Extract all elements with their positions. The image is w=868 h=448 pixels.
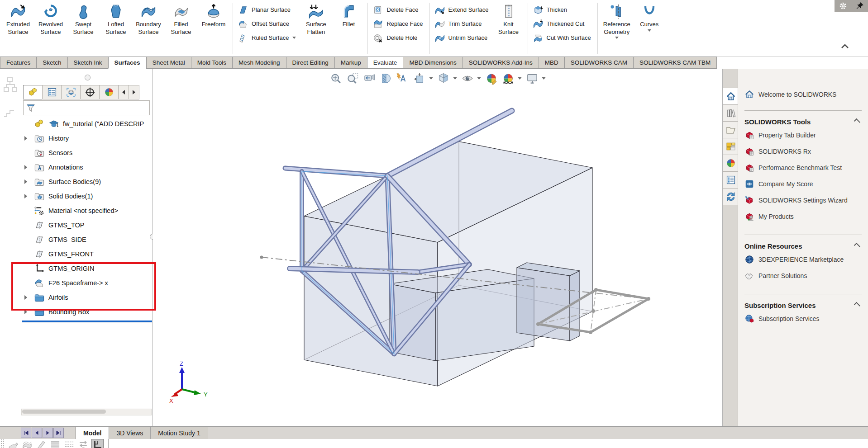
display-style-button[interactable] — [436, 71, 458, 85]
tree-item-annotations[interactable]: Annotations — [20, 160, 153, 174]
tab-direct-editing[interactable]: Direct Editing — [286, 57, 335, 69]
task-pane-tab-design-library[interactable] — [723, 104, 739, 122]
tree-item-fw-tutorial-add-descrip[interactable]: fw_tutorial ("ADD DESCRIP — [20, 117, 153, 131]
tree-item-bounding-box[interactable]: Bounding Box — [20, 305, 153, 319]
apply-scene-button[interactable] — [501, 71, 523, 85]
study-tab-3d-views[interactable]: 3D Views — [109, 427, 151, 439]
welcome-to-solidworks-link[interactable]: Welcome to SOLIDWORKS — [744, 89, 862, 100]
expand-arrow-icon[interactable] — [24, 179, 27, 184]
swap-visibility-button[interactable] — [77, 439, 90, 448]
replace-face-button[interactable]: Replace Face — [371, 17, 426, 31]
tree-item-f26-spaceframe-x[interactable]: F26 Spaceframe-> x — [20, 276, 153, 290]
filled-surface-button[interactable]: FilledSurface — [165, 1, 197, 36]
section-header-online-resources[interactable]: Online Resources — [744, 241, 862, 251]
dropdown-arrow-icon[interactable] — [542, 77, 546, 80]
tree-item-gtms-front[interactable]: GTMS_FRONT — [20, 247, 153, 261]
tree-item-gtms-side[interactable]: GTMS_SIDE — [20, 232, 153, 247]
tab-sketch[interactable]: Sketch — [36, 57, 67, 69]
task-pane-item-subscription-services[interactable]: Subscription Services — [744, 311, 862, 327]
dropdown-arrow-icon[interactable] — [453, 77, 457, 80]
task-pane-tab-view-palette[interactable] — [723, 138, 739, 155]
tree-tab-configurations[interactable] — [61, 85, 81, 99]
swept-surface-button[interactable]: SweptSurface — [67, 1, 100, 36]
edit-appearance-button[interactable] — [484, 71, 499, 85]
tree-tab-display-manager[interactable] — [99, 85, 119, 99]
revolved-surface-button[interactable]: RevolvedSurface — [34, 1, 67, 36]
task-pane-item-partner-solutions[interactable]: Partner Solutions — [744, 268, 862, 284]
knit-surface-button[interactable]: KnitSurface — [492, 1, 525, 36]
delete-face-button[interactable]: Delete Face — [371, 3, 426, 17]
planar-surface-button[interactable]: Planar Surface — [236, 3, 300, 17]
collapse-ribbon-chevron-icon[interactable] — [841, 42, 849, 48]
nav-first-button[interactable] — [21, 428, 31, 438]
dropdown-arrow-icon[interactable] — [292, 37, 296, 39]
task-pane-tab-solidworks-forum[interactable] — [723, 188, 739, 205]
dynamic-annotation-views-button[interactable] — [396, 71, 410, 85]
dropdown-arrow-icon[interactable] — [648, 29, 651, 32]
dropdown-arrow-icon[interactable] — [518, 77, 522, 80]
nav-last-button[interactable] — [53, 428, 64, 438]
tab-features[interactable]: Features — [0, 57, 37, 69]
ruled-surface-button[interactable]: Ruled Surface — [236, 31, 300, 45]
tree-scrollbar-thumb[interactable] — [22, 410, 106, 414]
expand-arrow-icon[interactable] — [24, 295, 27, 300]
tree-tabs-scroll-right[interactable] — [129, 85, 139, 99]
task-pane-tab-appearances[interactable] — [723, 155, 739, 172]
reference-geometry-button[interactable]: ReferenceGeometry — [601, 1, 633, 39]
task-pane-item-3dexperience-marketplace[interactable]: 3DEXPERIENCE Marketplace — [744, 251, 862, 268]
dropdown-arrow-icon[interactable] — [429, 77, 433, 80]
nav-next-button[interactable] — [43, 428, 53, 438]
study-tab-model[interactable]: Model — [76, 427, 109, 439]
curves-button[interactable]: Curves — [633, 1, 666, 32]
section-view-button[interactable] — [379, 71, 394, 85]
expand-arrow-icon[interactable] — [24, 194, 27, 198]
tree-item-surface-bodies-9-[interactable]: Surface Bodies(9) — [20, 174, 153, 189]
task-pane-item-my-products[interactable]: My Products — [744, 208, 862, 225]
zoom-to-area-button[interactable] — [345, 71, 360, 85]
pin-icon[interactable] — [851, 0, 868, 12]
surface-flatten-button[interactable]: SurfaceFlatten — [300, 1, 332, 36]
dropdown-arrow-icon[interactable] — [477, 77, 481, 80]
edit-key-button[interactable] — [7, 439, 19, 448]
dashed-grid-button[interactable] — [63, 439, 76, 448]
hatch-lines-button[interactable] — [49, 439, 62, 448]
tree-tab-property-manager[interactable] — [42, 85, 62, 99]
thickened-cut-button[interactable]: Thickened Cut — [531, 17, 595, 31]
cut-with-surface-button[interactable]: Cut With Surface — [531, 31, 595, 45]
task-pane-tab-home[interactable] — [723, 88, 739, 105]
delete-hole-button[interactable]: Delete Hole — [371, 31, 426, 45]
offset-surface-button[interactable]: Offset Surface — [236, 17, 300, 31]
task-pane-item-performance-benchmark-test[interactable]: Performance Benchmark Test — [744, 160, 862, 176]
tree-filter-input[interactable] — [23, 100, 150, 115]
collapse-chevron-icon[interactable] — [854, 118, 860, 125]
task-pane-item-solidworks-settings-wizard[interactable]: SOLIDWORKS Settings Wizard — [744, 192, 862, 208]
dropdown-arrow-icon[interactable] — [615, 37, 619, 39]
panel-splitter-dot[interactable] — [85, 75, 91, 80]
fillet-button[interactable]: Fillet — [332, 1, 365, 28]
tab-solidworks-cam-tbm[interactable]: SOLIDWORKS CAM TBM — [633, 57, 717, 69]
view-settings-button[interactable] — [525, 71, 547, 85]
previous-view-button[interactable] — [362, 71, 377, 85]
tree-item-sensors[interactable]: Sensors — [20, 146, 153, 160]
paintbrush-button[interactable] — [35, 439, 48, 448]
tree-tabs-scroll-left[interactable] — [118, 85, 129, 99]
tree-item-gtms-top[interactable]: GTMS_TOP — [20, 218, 153, 232]
task-pane-item-solidworks-rx[interactable]: SOLIDWORKS Rx — [744, 143, 862, 160]
tree-item-solid-bodies-1-[interactable]: Solid Bodies(1) — [20, 189, 153, 203]
tree-tab-featuremanager[interactable] — [23, 85, 43, 99]
tab-solidworks-cam[interactable]: SOLIDWORKS CAM — [564, 57, 634, 69]
task-pane-item-compare-my-score[interactable]: Compare My Score — [744, 176, 862, 192]
collapse-chevron-icon[interactable] — [854, 302, 860, 308]
collapse-chevron-icon[interactable] — [854, 243, 860, 249]
expand-arrow-icon[interactable] — [24, 165, 27, 170]
tree-item-material-not-specified-[interactable]: Material <not specified> — [20, 203, 153, 218]
untrim-surface-button[interactable]: Untrim Surface — [433, 31, 492, 45]
task-pane-tab-file-explorer[interactable] — [723, 121, 739, 138]
tab-mbd-dimensions[interactable]: MBD Dimensions — [403, 57, 463, 69]
tree-item-history[interactable]: History — [20, 131, 153, 146]
extend-surface-button[interactable]: Extend Surface — [433, 3, 492, 17]
curvature-display-button[interactable] — [91, 439, 104, 448]
graphics-viewport[interactable]: Z Y X — [153, 69, 722, 426]
section-header-subscription-services[interactable]: Subscription Services — [744, 300, 862, 311]
thicken-button[interactable]: Thicken — [531, 3, 595, 17]
